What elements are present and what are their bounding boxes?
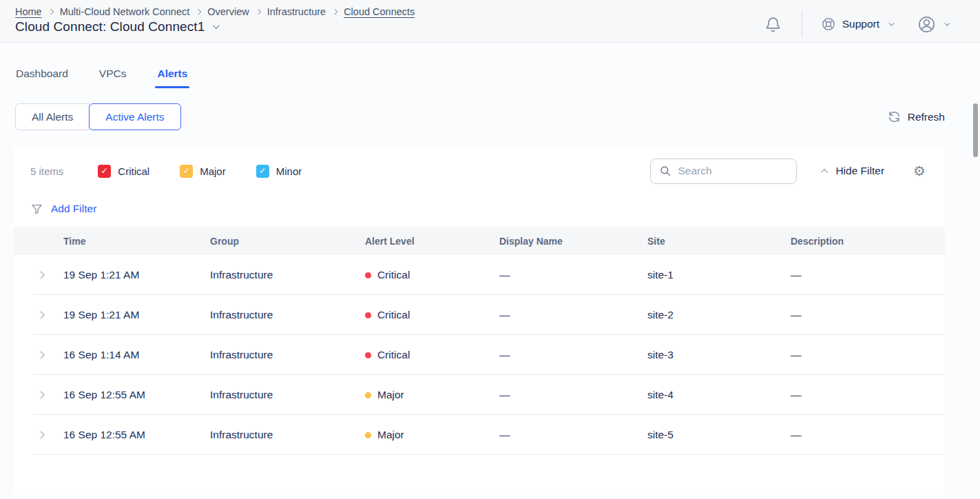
breadcrumb-separator-icon [196, 9, 201, 14]
tab-alerts[interactable]: Alerts [157, 68, 187, 88]
avatar-icon [917, 15, 936, 34]
breadcrumb-infrastructure[interactable]: Infrastructure [267, 6, 326, 17]
cell-description: — [791, 269, 945, 281]
header-right-cluster: Support [764, 11, 948, 37]
breadcrumb-mcn-connect[interactable]: Multi-Cloud Network Connect [60, 6, 190, 17]
support-menu[interactable]: Support [821, 17, 893, 32]
cell-alert-level: Critical [365, 309, 499, 321]
cell-display-name: — [499, 389, 647, 401]
severity-dot-icon [365, 312, 371, 318]
tab-dashboard[interactable]: Dashboard [16, 68, 68, 88]
alerts-toolbar: All Alerts Active Alerts Refresh [15, 103, 945, 130]
hide-filter-button[interactable]: Hide Filter [823, 165, 884, 177]
hide-filter-label: Hide Filter [835, 165, 884, 177]
cell-time: 16 Sep 12:55 AM [63, 389, 210, 401]
alerts-panel: 5 items ✓ Critical ✓ Major ✓ Minor Hide … [14, 147, 945, 496]
scrollbar-thumb[interactable] [973, 103, 978, 157]
alert-level-label: Critical [377, 349, 410, 361]
cell-alert-level: Major [365, 389, 499, 401]
cell-alert-level: Major [365, 429, 499, 441]
title-dropdown-chevron-icon[interactable] [213, 22, 220, 29]
alerts-view-toggle: All Alerts Active Alerts [15, 103, 181, 130]
search-icon [659, 165, 671, 177]
col-header-display-name: Display Name [499, 236, 647, 247]
notifications-bell-icon[interactable] [764, 16, 782, 33]
checkbox-checked-icon[interactable]: ✓ [180, 165, 193, 178]
col-header-site: Site [647, 236, 791, 247]
cell-alert-level: Critical [365, 349, 499, 361]
cell-alert-level: Critical [365, 269, 499, 281]
search-box [650, 159, 797, 184]
add-filter-row: Add Filter [14, 191, 945, 227]
table-row: 16 Sep 12:55 AM Infrastructure Major — s… [14, 375, 945, 415]
checkbox-checked-icon[interactable]: ✓ [256, 165, 269, 178]
row-expand-chevron-icon[interactable] [37, 351, 44, 358]
table-row: 16 Sep 12:55 AM Infrastructure Major — s… [14, 415, 945, 455]
cell-time: 16 Sep 1:14 AM [63, 349, 210, 361]
all-alerts-button[interactable]: All Alerts [15, 103, 90, 130]
filter-checkbox-critical[interactable]: ✓ Critical [98, 165, 149, 178]
severity-dot-icon [365, 432, 371, 438]
refresh-icon [888, 110, 901, 123]
table-row: 19 Sep 1:21 AM Infrastructure Critical —… [14, 295, 945, 335]
app-header: Home Multi-Cloud Network Connect Overvie… [0, 0, 980, 43]
refresh-label: Refresh [908, 111, 945, 123]
row-expand-chevron-icon[interactable] [37, 431, 44, 438]
breadcrumb-overview[interactable]: Overview [207, 6, 249, 17]
severity-dot-icon [365, 352, 371, 358]
row-expand-chevron-icon[interactable] [37, 391, 44, 398]
col-header-time: Time [63, 236, 210, 247]
cell-group: Infrastructure [210, 309, 365, 321]
breadcrumb-separator-icon [255, 9, 260, 14]
account-menu[interactable] [917, 15, 948, 34]
breadcrumb-cloud-connects[interactable]: Cloud Connects [344, 6, 415, 17]
severity-dot-icon [365, 392, 371, 398]
cell-time: 19 Sep 1:21 AM [63, 309, 210, 321]
refresh-button[interactable]: Refresh [888, 110, 945, 123]
cell-site: site-1 [647, 269, 791, 281]
chevron-up-icon [822, 168, 828, 175]
alert-level-label: Critical [377, 269, 410, 281]
search-input[interactable] [678, 165, 788, 177]
table-row: 16 Sep 1:14 AM Infrastructure Critical —… [14, 335, 945, 375]
cell-description: — [791, 309, 945, 321]
cell-site: site-2 [647, 309, 791, 321]
filter-label-critical: Critical [118, 165, 149, 177]
filter-checkbox-major[interactable]: ✓ Major [180, 165, 226, 178]
support-chevron-down-icon [888, 20, 894, 26]
page-title: Cloud Connect: Cloud Connect1 [15, 19, 205, 34]
settings-gear-icon[interactable]: ⚙ [913, 164, 926, 178]
checkbox-checked-icon[interactable]: ✓ [98, 165, 111, 178]
cell-group: Infrastructure [210, 269, 365, 281]
alert-level-label: Major [377, 389, 404, 401]
items-count: 5 items [30, 165, 63, 177]
table-header-row: Time Group Alert Level Display Name Site… [14, 227, 945, 255]
filter-checkbox-minor[interactable]: ✓ Minor [256, 165, 302, 178]
cell-group: Infrastructure [210, 429, 365, 441]
filter-bar: 5 items ✓ Critical ✓ Major ✓ Minor Hide … [14, 147, 945, 195]
header-divider [802, 11, 802, 37]
cell-time: 19 Sep 1:21 AM [63, 269, 210, 281]
cell-description: — [791, 429, 945, 441]
severity-dot-icon [365, 272, 371, 278]
cell-group: Infrastructure [210, 349, 365, 361]
alert-level-label: Critical [377, 309, 410, 321]
add-filter-button[interactable]: Add Filter [51, 203, 96, 215]
breadcrumb-home[interactable]: Home [15, 6, 42, 17]
tab-vpcs[interactable]: VPCs [99, 68, 127, 88]
support-label: Support [842, 18, 879, 30]
filter-label-minor: Minor [276, 165, 302, 177]
active-alerts-button[interactable]: Active Alerts [89, 103, 180, 130]
table-row: 19 Sep 1:21 AM Infrastructure Critical —… [14, 255, 945, 295]
col-header-alert-level: Alert Level [365, 236, 499, 247]
row-expand-chevron-icon[interactable] [37, 271, 44, 278]
cell-display-name: — [499, 429, 647, 441]
funnel-filter-icon [30, 203, 43, 216]
filter-label-major: Major [200, 165, 226, 177]
breadcrumb-separator-icon [48, 9, 53, 14]
cell-display-name: — [499, 349, 647, 361]
row-expand-chevron-icon[interactable] [37, 311, 44, 318]
col-header-description: Description [791, 236, 945, 247]
cell-site: site-5 [647, 429, 791, 441]
cell-display-name: — [499, 309, 647, 321]
